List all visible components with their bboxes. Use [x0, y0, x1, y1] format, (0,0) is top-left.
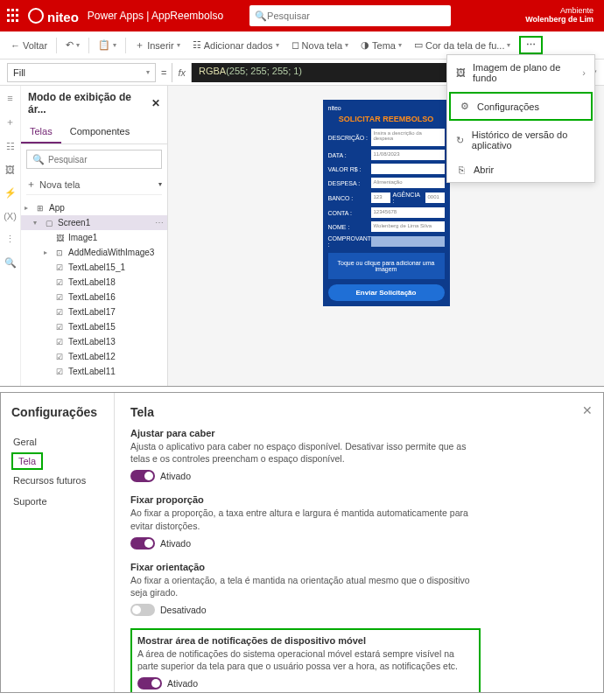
menu-open[interactable]: ⎘Abrir	[447, 158, 594, 182]
upload-area[interactable]: Toque ou clique para adicionar uma image…	[328, 253, 445, 279]
image-icon: 🖼	[54, 234, 65, 242]
fld-comp[interactable]	[371, 236, 445, 247]
rail-data-icon[interactable]: ☷	[6, 141, 15, 152]
tab-screens[interactable]: Telas	[21, 121, 61, 144]
tree-close-icon[interactable]: ✕	[151, 97, 160, 109]
settings-nav: Configurações Geral Tela Recursos futuro…	[1, 393, 115, 692]
settings-dialog: Configurações Geral Tela Recursos futuro…	[0, 392, 604, 693]
label-icon: ☑	[54, 293, 65, 302]
opt-label: Mostrar área de notificações de disposit…	[137, 635, 474, 646]
overflow-menu: 🖼Imagem de plano de fundo› ⚙Configuraçõe…	[446, 54, 595, 183]
add-data-button[interactable]: ☷ Adicionar dados▾	[189, 38, 283, 52]
tree-node-app[interactable]: ▸⊞App	[21, 200, 167, 215]
header-bar: niteo Power Apps | AppReembolso 🔍 Ambien…	[0, 0, 604, 32]
global-search[interactable]: 🔍	[249, 5, 451, 26]
menu-bg-image[interactable]: 🖼Imagem de plano de fundo›	[447, 55, 594, 90]
nav-suporte[interactable]: Suporte	[11, 491, 103, 512]
tree-search[interactable]: 🔍	[26, 150, 162, 169]
tree-node-screen1[interactable]: ▾▢Screen1⋯	[21, 215, 167, 230]
settings-title: Configurações	[11, 405, 103, 419]
settings-page-title: Tela	[130, 405, 587, 419]
app-icon: ⊞	[35, 204, 46, 213]
fx-icon[interactable]: fx	[172, 63, 192, 82]
opt-desc: Ao fixar a proporção, a taxa entre altur…	[130, 507, 481, 531]
toggle-orientation[interactable]	[130, 604, 155, 616]
fld-banco[interactable]: 123	[371, 192, 390, 203]
fld-nome[interactable]: Wolenberg de Lima Silva	[371, 221, 445, 232]
insert-button[interactable]: ＋ Inserir▾	[131, 37, 184, 53]
close-icon[interactable]: ✕	[582, 403, 593, 417]
submit-button[interactable]: Enviar Solicitação	[328, 284, 445, 301]
toggle-state: Ativado	[160, 538, 191, 549]
new-screen-button[interactable]: ◻ Nova tela▾	[288, 38, 352, 52]
opt-desc: Ajusta o aplicativo para caber no espaço…	[130, 440, 481, 465]
nav-futuros[interactable]: Recursos futuros	[11, 470, 103, 491]
tree-node[interactable]: ☑TextLabel15	[21, 319, 167, 334]
menu-version-history[interactable]: ↻Histórico de versão do aplicativo	[447, 122, 594, 158]
rail-search-icon[interactable]: 🔍	[4, 257, 17, 269]
lbl-date: DATA :	[328, 152, 369, 158]
lbl-valor: VALOR R$ :	[328, 166, 369, 172]
rail-vars-icon[interactable]: (X)	[4, 211, 17, 221]
fld-desc[interactable]: Insira a descrição da despesa	[371, 129, 445, 146]
tab-components[interactable]: Componentes	[61, 121, 139, 144]
theme-button[interactable]: ◑ Tema▾	[357, 38, 405, 52]
search-input[interactable]	[267, 10, 446, 21]
label-icon: ☑	[54, 278, 65, 287]
overflow-button[interactable]: ⋯	[519, 36, 543, 54]
opt-label: Fixar proporção	[130, 494, 481, 505]
fld-date[interactable]: 11/08/2023	[371, 150, 445, 160]
waffle-icon[interactable]	[7, 9, 21, 23]
tree-node[interactable]: ☑TextLabel18	[21, 275, 167, 290]
rail-tree-icon[interactable]: ≡	[7, 93, 12, 103]
app-title: Power Apps | AppReembolso	[88, 10, 223, 22]
rail-flows-icon[interactable]: ⚡	[4, 187, 17, 199]
fld-despesa[interactable]: Alimentação	[371, 178, 445, 188]
tree-node[interactable]: ☑TextLabel16	[21, 290, 167, 304]
label-icon: ☑	[54, 353, 65, 361]
tree-new-screen[interactable]: ＋ Nova tela ▾	[26, 174, 162, 195]
tree-body: ▸⊞App ▾▢Screen1⋯ 🖼Image1 ▸⊡AddMediaWithI…	[21, 200, 167, 386]
phone-title: SOLICITAR REEMBOLSO	[328, 115, 445, 123]
rail-tools-icon[interactable]: ⋮	[5, 234, 15, 245]
back-button[interactable]: ← Voltar	[7, 38, 51, 52]
tree-search-input[interactable]	[48, 155, 159, 164]
tree-node-addmedia[interactable]: ▸⊡AddMediaWithImage3	[21, 245, 167, 260]
toggle-state: Ativado	[160, 471, 191, 481]
nav-tela[interactable]: Tela	[11, 452, 43, 470]
left-rail: ≡ ＋ ☷ 🖼 ⚡ (X) ⋮ 🔍	[0, 86, 21, 386]
fld-agencia[interactable]: 0001	[425, 192, 445, 203]
screen-icon: ▢	[44, 219, 54, 228]
phone-brand: niteo	[328, 105, 445, 111]
toggle-state: Desativado	[160, 605, 207, 615]
lbl-comp: COMPROVANTE :	[328, 235, 369, 248]
lbl-conta: CONTA :	[328, 210, 369, 216]
label-icon: ☑	[54, 368, 65, 376]
opt-label: Fixar orientação	[130, 562, 481, 572]
bg-color-button[interactable]: ▭ Cor da tela de fu...▾	[411, 38, 515, 52]
fld-valor[interactable]	[371, 164, 445, 174]
toggle-scale[interactable]	[130, 470, 155, 482]
tree-node[interactable]: ☑TextLabel11	[21, 364, 167, 379]
label-icon: ☑	[54, 338, 65, 346]
toggle-notification[interactable]	[137, 677, 162, 690]
tree-node[interactable]: ☑TextLabel15_1	[21, 260, 167, 275]
nav-geral[interactable]: Geral	[11, 431, 103, 452]
lbl-desc: DESCRIÇÃO :	[328, 135, 369, 141]
opt-label: Ajustar para caber	[130, 428, 481, 438]
tree-node-image1[interactable]: 🖼Image1	[21, 230, 167, 245]
group-icon: ⊡	[54, 248, 65, 257]
tree-node[interactable]: ☑TextLabel12	[21, 349, 167, 364]
rail-media-icon[interactable]: 🖼	[5, 164, 15, 175]
menu-settings[interactable]: ⚙Configurações	[449, 92, 593, 121]
tree-node[interactable]: ☑TextLabel17	[21, 304, 167, 319]
paste-button[interactable]: 📋▾	[95, 38, 120, 52]
toggle-aspect[interactable]	[130, 537, 155, 550]
fld-conta[interactable]: 12345678	[371, 207, 445, 218]
rail-insert-icon[interactable]: ＋	[5, 116, 15, 129]
undo-button[interactable]: ↶▾	[62, 38, 83, 52]
property-selector[interactable]: Fill▾	[7, 63, 156, 82]
lbl-agencia: AGÊNCIA :	[393, 192, 423, 204]
tree-node[interactable]: ☑TextLabel13	[21, 334, 167, 349]
environment-picker[interactable]: Ambiente Wolenberg de Lim	[525, 7, 597, 24]
